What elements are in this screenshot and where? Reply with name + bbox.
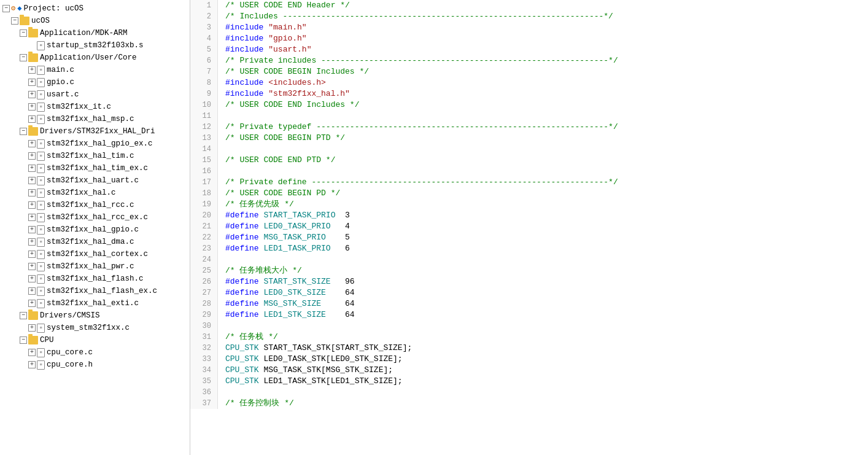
tree-item-stm32f1xx-hal-exti-c[interactable]: +≡stm32f1xx_hal_exti.c: [0, 297, 190, 309]
expand-icon[interactable]: +: [28, 152, 36, 160]
tree-item-label: usart.c: [47, 89, 79, 100]
tree-item-stm32f1xx-hal-pwr-c[interactable]: +≡stm32f1xx_hal_pwr.c: [0, 260, 190, 273]
tree-item-stm32f1xx-it-c[interactable]: +≡stm32f1xx_it.c: [0, 101, 190, 113]
expand-icon[interactable]: +: [28, 263, 36, 270]
tree-item-label: Project: ucOS: [23, 3, 83, 14]
file-tree-sidebar[interactable]: −⚙◆Project: ucOS−ucOS−Application/MDK-AR…: [0, 0, 190, 455]
tree-item-stm32f1xx-hal-cortex-c[interactable]: +≡stm32f1xx_hal_cortex.c: [0, 248, 190, 260]
tree-item-stm32f1xx-hal-uart-c[interactable]: +≡stm32f1xx_hal_uart.c: [0, 174, 190, 187]
tree-item-ucOS[interactable]: −ucOS: [0, 15, 190, 27]
file-icon: ≡: [37, 360, 45, 370]
tree-item-gpio-c[interactable]: +≡gpio.c: [0, 76, 190, 88]
tree-item-stm32f1xx-hal-flash-ex-c[interactable]: +≡stm32f1xx_hal_flash_ex.c: [0, 285, 190, 297]
tree-item-label: stm32f1xx_hal_cortex.c: [47, 249, 148, 260]
code-line: 27#define LED0_STK_SIZE 64: [190, 287, 868, 298]
expand-icon[interactable]: +: [28, 189, 36, 196]
file-icon: ≡: [37, 238, 45, 247]
collapse-icon[interactable]: −: [20, 312, 27, 319]
expand-icon[interactable]: +: [28, 287, 36, 295]
code-line: 9#include "stm32f1xx_hal.h": [190, 88, 868, 99]
tree-item-cpu-core-h[interactable]: +≡cpu_core.h: [0, 359, 190, 371]
tree-item-label: stm32f1xx_hal_pwr.c: [47, 261, 134, 272]
expand-icon[interactable]: +: [28, 140, 36, 147]
expand-icon[interactable]: +: [28, 91, 36, 98]
line-content: /* USER CODE BEGIN PD */: [218, 188, 340, 199]
tree-item-usart-c[interactable]: +≡usart.c: [0, 88, 190, 101]
tree-item-app-user-core[interactable]: −Application/User/Core: [0, 52, 190, 64]
expand-icon[interactable]: +: [28, 214, 36, 221]
tree-item-stm32f1xx-hal-gpio-ex-c[interactable]: +≡stm32f1xx_hal_gpio_ex.c: [0, 138, 190, 150]
tree-item-cpu-core-c[interactable]: +≡cpu_core.c: [0, 346, 190, 359]
expand-icon[interactable]: +: [28, 177, 36, 184]
line-number: 20: [190, 210, 218, 221]
line-content: /* USER CODE BEGIN PTD */: [218, 133, 345, 144]
line-content: /* USER CODE BEGIN Includes */: [218, 66, 369, 77]
collapse-icon[interactable]: −: [20, 54, 27, 61]
expand-icon[interactable]: +: [28, 324, 36, 332]
expand-icon[interactable]: +: [28, 226, 36, 233]
tree-item-app-mdk[interactable]: −Application/MDK-ARM: [0, 27, 190, 39]
tree-item-project-root[interactable]: −⚙◆Project: ucOS: [0, 2, 190, 15]
tree-item-drivers-cmsis[interactable]: −Drivers/CMSIS: [0, 309, 190, 322]
line-content: /* USER CODE END Includes */: [218, 99, 359, 111]
line-content: #define START_STK_SIZE 96: [218, 276, 355, 287]
expand-icon[interactable]: +: [28, 201, 36, 209]
expand-icon[interactable]: +: [28, 238, 36, 246]
expand-icon[interactable]: +: [28, 79, 36, 86]
tree-item-stm32f1xx-hal-flash-c[interactable]: +≡stm32f1xx_hal_flash.c: [0, 273, 190, 285]
tree-item-system-stm32f1xx-c[interactable]: +≡system_stm32f1xx.c: [0, 322, 190, 334]
line-number: 6: [190, 55, 218, 66]
line-number: 14: [190, 144, 218, 155]
line-number: 32: [190, 343, 218, 354]
collapse-icon[interactable]: −: [20, 128, 27, 135]
line-content: #define LED0_STK_SIZE 64: [218, 287, 355, 298]
line-number: 35: [190, 376, 218, 387]
expand-icon[interactable]: +: [28, 361, 36, 368]
tree-item-startup[interactable]: ≡startup_stm32f103xb.s: [0, 39, 190, 52]
tree-item-stm32f1xx-hal-gpio-c[interactable]: +≡stm32f1xx_hal_gpio.c: [0, 224, 190, 236]
tree-item-stm32f1xx-hal-msp-c[interactable]: +≡stm32f1xx_hal_msp.c: [0, 113, 190, 125]
expand-icon[interactable]: +: [28, 165, 36, 172]
file-icon: ≡: [37, 41, 45, 50]
tree-item-stm32f1xx-hal-c[interactable]: +≡stm32f1xx_hal.c: [0, 187, 190, 199]
tree-item-drivers-hal[interactable]: −Drivers/STM32F1xx_HAL_Dri: [0, 125, 190, 138]
file-icon: ≡: [37, 78, 45, 87]
tree-item-stm32f1xx-hal-dma-c[interactable]: +≡stm32f1xx_hal_dma.c: [0, 236, 190, 248]
line-number: 29: [190, 309, 218, 321]
collapse-icon[interactable]: −: [2, 5, 10, 12]
collapse-icon[interactable]: −: [20, 336, 27, 344]
file-icon: ≡: [37, 139, 45, 149]
expand-icon[interactable]: +: [28, 66, 36, 74]
tree-item-stm32f1xx-hal-tim-c[interactable]: +≡stm32f1xx_hal_tim.c: [0, 150, 190, 162]
tree-item-label: stm32f1xx_hal_rcc.c: [47, 200, 134, 211]
tree-item-label: stm32f1xx_hal.c: [47, 187, 116, 198]
code-line: 31/* 任务栈 */: [190, 332, 868, 343]
tree-item-label: cpu_core.c: [47, 347, 93, 358]
line-content: #define LED0_TASK_PRIO 4: [218, 221, 350, 232]
tree-item-stm32f1xx-hal-tim-ex-c[interactable]: +≡stm32f1xx_hal_tim_ex.c: [0, 162, 190, 174]
tree-item-stm32f1xx-hal-rcc-ex-c[interactable]: +≡stm32f1xx_hal_rcc_ex.c: [0, 211, 190, 224]
expand-icon[interactable]: +: [28, 103, 36, 111]
expand-icon[interactable]: +: [28, 300, 36, 307]
file-icon: ≡: [37, 262, 45, 271]
collapse-icon[interactable]: −: [20, 29, 27, 37]
tree-item-label: startup_stm32f103xb.s: [47, 40, 144, 51]
line-content: #include "stm32f1xx_hal.h": [218, 88, 350, 99]
expand-icon[interactable]: +: [28, 349, 36, 356]
code-line: 12/* Private typedef -------------------…: [190, 122, 868, 133]
collapse-icon[interactable]: −: [11, 17, 18, 25]
project-icon2: ◆: [17, 3, 21, 14]
line-number: 2: [190, 11, 218, 22]
line-number: 7: [190, 66, 218, 77]
tree-item-cpu[interactable]: −CPU: [0, 334, 190, 346]
line-content: /* Private includes --------------------…: [218, 55, 618, 66]
tree-item-main-c[interactable]: +≡main.c: [0, 64, 190, 76]
file-icon: ≡: [37, 90, 45, 99]
code-line: 4#include "gpio.h": [190, 33, 868, 44]
expand-icon[interactable]: +: [28, 275, 36, 282]
expand-icon[interactable]: +: [28, 251, 36, 258]
code-line: 14: [190, 144, 868, 155]
tree-item-stm32f1xx-hal-rcc-c[interactable]: +≡stm32f1xx_hal_rcc.c: [0, 199, 190, 211]
expand-icon[interactable]: +: [28, 115, 36, 123]
line-number: 27: [190, 287, 218, 298]
